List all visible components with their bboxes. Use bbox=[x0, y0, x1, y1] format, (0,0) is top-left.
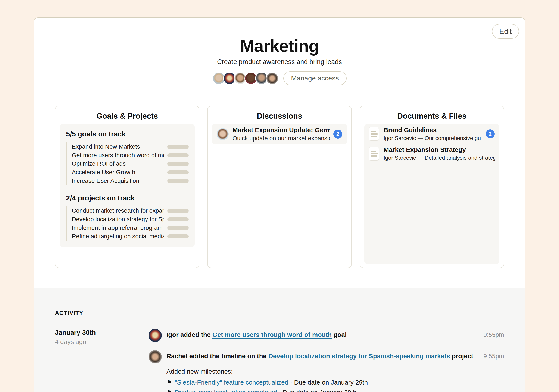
discussions-card: Discussions Market Expansion Update: Ger… bbox=[207, 106, 352, 268]
goals-projects-card: Goals & Projects 5/5 goals on track Expa… bbox=[55, 106, 199, 268]
goal-row: Get more users through word of mouth bbox=[72, 151, 189, 159]
goal-label: Increase User Acquisition bbox=[72, 177, 164, 184]
document-item[interactable]: Market Expansion Strategy Igor Sarcevic … bbox=[364, 144, 499, 163]
milestones-list: ⚑"Siesta-Friendly" feature conceptualize… bbox=[167, 377, 479, 392]
goal-progress-bar bbox=[167, 145, 189, 149]
document-byline: Igor Sarcevic — Detailed analysis and st… bbox=[383, 155, 495, 161]
discussion-item[interactable]: Market Expansion Update: Germany & ... Q… bbox=[212, 124, 347, 144]
avatar bbox=[149, 350, 162, 363]
discussion-preview: Quick update on our market expansion ... bbox=[233, 135, 329, 142]
discussion-title: Market Expansion Update: Germany & ... bbox=[233, 126, 329, 134]
avatar bbox=[149, 329, 162, 342]
avatar bbox=[217, 128, 229, 140]
activity-events-column: Igor added the Get more users through wo… bbox=[149, 329, 504, 392]
activity-event-time: 9:55pm bbox=[483, 350, 504, 363]
page-subtitle: Create product awareness and bring leads bbox=[55, 58, 504, 66]
activity-event-time: 9:55pm bbox=[483, 329, 504, 342]
discussions-card-title: Discussions bbox=[208, 112, 351, 121]
milestone-row: ⚑Product copy localization completed · D… bbox=[167, 387, 479, 392]
flag-icon: ⚑ bbox=[167, 378, 172, 388]
goal-link[interactable]: Get more users through word of mouth bbox=[212, 331, 332, 338]
project-progress-bar bbox=[167, 209, 189, 213]
members-row: Manage access bbox=[55, 71, 504, 85]
activity-event: Rachel edited the timeline on the Develo… bbox=[149, 350, 504, 392]
projects-heading: 2/4 projects on track bbox=[66, 194, 189, 202]
project-row: Refine ad targeting on social media pl..… bbox=[72, 232, 189, 241]
document-text: Market Expansion Strategy Igor Sarcevic … bbox=[383, 146, 495, 161]
activity-date-relative: 4 days ago bbox=[55, 338, 149, 346]
project-header: Edit Marketing Create product awareness … bbox=[34, 18, 525, 288]
document-byline: Igor Sarcevic — Our comprehensive guide … bbox=[383, 135, 481, 142]
document-text: Brand Guidelines Igor Sarcevic — Our com… bbox=[383, 126, 481, 142]
goal-progress-bar bbox=[167, 170, 189, 174]
tool-cards-row: Goals & Projects 5/5 goals on track Expa… bbox=[55, 106, 504, 268]
edit-button[interactable]: Edit bbox=[492, 24, 519, 39]
project-label: Refine ad targeting on social media pl..… bbox=[72, 233, 164, 240]
goal-row: Accelerate User Growth bbox=[72, 168, 189, 177]
documents-card-title: Documents & Files bbox=[360, 112, 504, 121]
project-progress-bar bbox=[167, 217, 189, 221]
activity-date-column: January 30th 4 days ago bbox=[55, 329, 149, 392]
goal-label: Accelerate User Growth bbox=[72, 169, 164, 176]
document-title: Market Expansion Strategy bbox=[383, 146, 495, 153]
discussion-text: Market Expansion Update: Germany & ... Q… bbox=[233, 126, 329, 142]
goal-progress-bar bbox=[167, 153, 189, 157]
activity-divider bbox=[55, 320, 504, 320]
page-title: Marketing bbox=[55, 36, 504, 56]
project-row: Develop localization strategy for Span..… bbox=[72, 215, 189, 224]
milestone-link[interactable]: Product copy localization completed bbox=[175, 389, 277, 392]
flag-icon: ⚑ bbox=[167, 388, 172, 392]
goal-row: Optimize ROI of ads bbox=[72, 159, 189, 168]
goal-progress-bar bbox=[167, 179, 189, 183]
goal-row: Expand into New Markets bbox=[72, 142, 189, 151]
project-label: Develop localization strategy for Span..… bbox=[72, 216, 164, 223]
project-row: Conduct market research for expansi... bbox=[72, 206, 189, 215]
activity-event-body: Added new milestones: ⚑"Siesta-Friendly"… bbox=[167, 363, 479, 392]
goal-label: Expand into New Markets bbox=[72, 143, 164, 150]
milestone-row: ⚑"Siesta-Friendly" feature conceptualize… bbox=[167, 377, 479, 387]
goal-label: Get more users through word of mouth bbox=[72, 152, 164, 159]
goals-heading: 5/5 goals on track bbox=[66, 130, 189, 138]
goals-list: Expand into New Markets Get more users t… bbox=[66, 142, 189, 185]
project-label: Conduct market research for expansi... bbox=[72, 207, 164, 214]
projects-list: Conduct market research for expansi... D… bbox=[66, 206, 189, 241]
activity-date-group: January 30th 4 days ago Igor added the G… bbox=[55, 329, 504, 392]
milestones-intro: Added new milestones: bbox=[167, 367, 479, 376]
project-page: Edit Marketing Create product awareness … bbox=[0, 0, 559, 392]
goals-panel: 5/5 goals on track Expand into New Marke… bbox=[60, 124, 195, 247]
unread-count-badge: 2 bbox=[486, 129, 495, 138]
goal-progress-bar bbox=[167, 162, 189, 166]
project-link[interactable]: Develop localization strategy for Spanis… bbox=[268, 353, 450, 360]
activity-section: ACTIVITY January 30th 4 days ago Igor ad… bbox=[34, 288, 525, 392]
documents-panel: Brand Guidelines Igor Sarcevic — Our com… bbox=[364, 124, 499, 264]
unread-count-badge: 2 bbox=[333, 130, 342, 138]
activity-heading: ACTIVITY bbox=[55, 310, 504, 316]
milestone-link[interactable]: "Siesta-Friendly" feature conceptualized bbox=[175, 379, 289, 386]
activity-date: January 30th bbox=[55, 329, 149, 337]
goal-label: Optimize ROI of ads bbox=[72, 160, 164, 167]
project-row: Implement in-app referral program wit... bbox=[72, 224, 189, 232]
project-progress-bar bbox=[167, 234, 189, 238]
activity-event: Igor added the Get more users through wo… bbox=[149, 329, 504, 342]
document-title: Brand Guidelines bbox=[383, 126, 481, 134]
project-card: Edit Marketing Create product awareness … bbox=[34, 17, 525, 392]
document-icon bbox=[369, 127, 379, 141]
document-item[interactable]: Brand Guidelines Igor Sarcevic — Our com… bbox=[364, 124, 499, 144]
project-label: Implement in-app referral program wit... bbox=[72, 224, 164, 231]
documents-card: Documents & Files Brand Guidelines Igor … bbox=[360, 106, 504, 268]
manage-access-button[interactable]: Manage access bbox=[283, 71, 347, 85]
activity-event-text: Igor added the Get more users through wo… bbox=[167, 329, 479, 342]
document-icon bbox=[369, 147, 379, 161]
avatar bbox=[266, 72, 279, 85]
goal-row: Increase User Acquisition bbox=[72, 177, 189, 185]
project-progress-bar bbox=[167, 226, 189, 230]
activity-event-text: Rachel edited the timeline on the Develo… bbox=[167, 350, 479, 363]
goals-projects-card-title: Goals & Projects bbox=[55, 112, 199, 121]
